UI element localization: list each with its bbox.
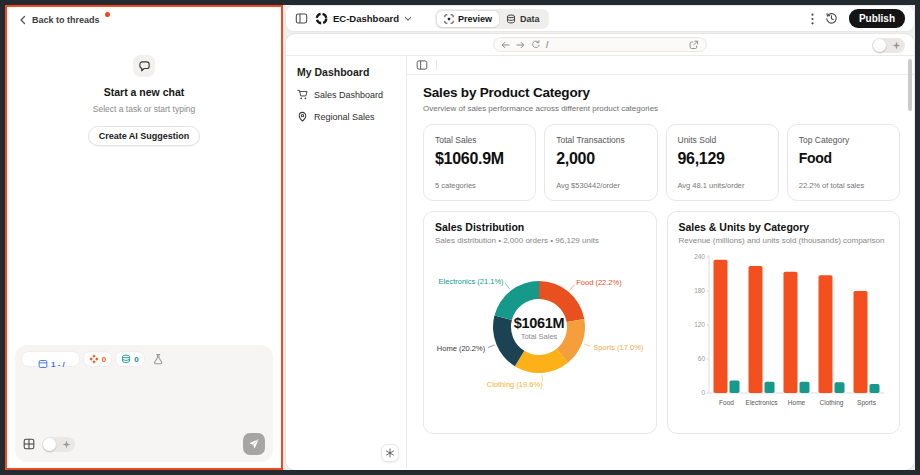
toggle-knob	[43, 438, 56, 451]
svg-text:Total Sales: Total Sales	[521, 332, 558, 341]
back-to-threads-button[interactable]: Back to threads	[15, 13, 114, 27]
content-header-bar	[407, 56, 914, 75]
svg-text:0: 0	[701, 389, 705, 396]
stat-card-total-transactions: Total Transactions 2,000 Avg $530442/ord…	[544, 124, 657, 201]
url-path: /	[546, 40, 548, 50]
svg-text:240: 240	[694, 253, 705, 260]
ai-mode-toggle[interactable]	[42, 437, 75, 452]
sparkle-icon	[62, 440, 71, 449]
preview-body: My Dashboard Sales Dashboard Regional Sa…	[286, 56, 914, 469]
chat-composer[interactable]: 1 - / 0 0	[15, 345, 273, 462]
paper-plane-icon	[248, 438, 260, 450]
dashboard-page: Sales by Product Category Overview of sa…	[407, 75, 914, 434]
sidebar-item-label: Sales Dashboard	[314, 90, 383, 100]
stat-sub: 22.2% of total sales	[799, 181, 864, 190]
svg-text:Home (20.2%): Home (20.2%)	[437, 344, 486, 353]
chat-bubble-icon	[133, 55, 155, 77]
stat-sub: Avg 48.1 units/order	[678, 181, 745, 190]
sales-units-bar-chart: 060120180240FoodElectronicsHomeClothingS…	[679, 247, 889, 419]
chart-title: Sales & Units by Category	[679, 221, 889, 233]
nav-back-icon[interactable]	[501, 41, 510, 49]
credits-count: 0	[102, 355, 106, 364]
refresh-icon[interactable]	[531, 40, 540, 49]
sidebar-item-regional-sales[interactable]: Regional Sales	[297, 111, 406, 122]
browser-chrome: /	[286, 34, 914, 56]
data-sources-badge[interactable]: 0	[116, 352, 143, 366]
charts-row: Sales Distribution Sales distribution • …	[423, 211, 900, 434]
scrollbar-thumb[interactable]	[908, 59, 912, 111]
collapse-sidebar-icon[interactable]	[416, 59, 428, 71]
sales-distribution-donut-chart: Food (22.2%)Sports (17.0%)Clothing (19.6…	[435, 247, 645, 419]
create-ai-suggestion-button[interactable]: Create AI Suggestion	[88, 126, 201, 146]
credits-badge[interactable]: 0	[84, 352, 111, 366]
chevron-down-icon	[404, 16, 412, 22]
stat-label: Units Sold	[678, 135, 767, 145]
view-mode-tabs: Preview Data	[435, 9, 549, 29]
stat-card-top-category: Top Category Food 22.2% of total sales	[787, 124, 900, 201]
svg-text:Home: Home	[787, 399, 805, 406]
chart-subtitle: Sales distribution • 2,000 orders • 96,1…	[435, 236, 645, 245]
empty-state-title: Start a new chat	[104, 86, 185, 98]
open-external-icon[interactable]	[689, 40, 699, 50]
shopping-cart-icon	[297, 89, 308, 100]
asterisk-icon	[385, 448, 395, 458]
svg-text:180: 180	[694, 287, 705, 294]
sidebar-toggle-icon[interactable]	[295, 12, 308, 25]
stat-sub: Avg $530442/order	[556, 181, 620, 190]
chat-panel: Back to threads Start a new chat Select …	[5, 5, 283, 470]
tab-preview[interactable]: Preview	[437, 11, 499, 27]
project-logo-icon	[315, 12, 328, 25]
database-icon	[121, 354, 131, 364]
empty-state-subtitle: Select a task or start typing	[93, 104, 196, 114]
svg-text:Food (22.2%): Food (22.2%)	[576, 278, 622, 287]
stat-label: Total Sales	[435, 135, 524, 145]
publish-button[interactable]: Publish	[849, 9, 905, 28]
sidebar-item-sales-dashboard[interactable]: Sales Dashboard	[297, 89, 406, 100]
sidebar-title: My Dashboard	[297, 66, 406, 78]
page-subtitle: Overview of sales performance across dif…	[423, 104, 900, 113]
svg-text:$1061M: $1061M	[514, 315, 565, 331]
sales-units-card: Sales & Units by Category Revenue (milli…	[667, 211, 901, 434]
layout-grid-icon[interactable]	[23, 438, 35, 450]
address-bar[interactable]: /	[493, 37, 707, 52]
project-switcher[interactable]: EC-Dashboard	[315, 12, 412, 25]
app-window: Back to threads Start a new chat Select …	[5, 5, 915, 470]
live-preview-toggle[interactable]	[872, 38, 905, 53]
history-icon[interactable]	[825, 12, 838, 25]
map-pin-icon	[297, 111, 308, 122]
tab-data[interactable]: Data	[499, 11, 547, 27]
send-button[interactable]	[243, 433, 265, 455]
header-divider	[436, 60, 437, 70]
page-context-badge[interactable]: 1 - /	[22, 352, 79, 366]
stat-sub: 5 categories	[435, 181, 476, 190]
svg-text:Food: Food	[719, 399, 734, 406]
browser-window-icon	[38, 359, 48, 369]
stat-card-units-sold: Units Sold 96,129 Avg 48.1 units/order	[666, 124, 779, 201]
stat-value: 96,129	[678, 150, 767, 168]
stat-label: Total Transactions	[556, 135, 645, 145]
tab-data-label: Data	[520, 14, 540, 24]
sidebar-item-label: Regional Sales	[314, 112, 375, 122]
stat-value: Food	[799, 150, 888, 166]
notification-dot	[105, 12, 110, 17]
preview-window: / My Dashboard Sales D	[286, 34, 914, 470]
nav-forward-icon[interactable]	[516, 41, 525, 49]
ai-assistant-button[interactable]	[381, 444, 399, 462]
database-icon	[506, 14, 516, 24]
svg-text:60: 60	[697, 355, 705, 362]
page-context-label: 1 - /	[51, 360, 65, 369]
sparkle-icon	[892, 41, 901, 50]
composer-controls	[23, 433, 265, 455]
svg-text:Electronics: Electronics	[745, 399, 778, 406]
experiments-flask-icon[interactable]	[152, 353, 164, 365]
svg-text:120: 120	[694, 321, 705, 328]
more-options-kebab-icon[interactable]	[811, 13, 814, 25]
stats-row: Total Sales $1060.9M 5 categories Total …	[423, 124, 900, 201]
diamond-icon	[89, 354, 99, 364]
composer-badges: 1 - / 0 0	[22, 352, 164, 366]
stat-value: 2,000	[556, 150, 645, 168]
chevron-left-icon	[19, 15, 27, 25]
stat-card-total-sales: Total Sales $1060.9M 5 categories	[423, 124, 536, 201]
back-to-threads-label: Back to threads	[32, 15, 100, 25]
dashboard-content: Sales by Product Category Overview of sa…	[407, 56, 914, 469]
